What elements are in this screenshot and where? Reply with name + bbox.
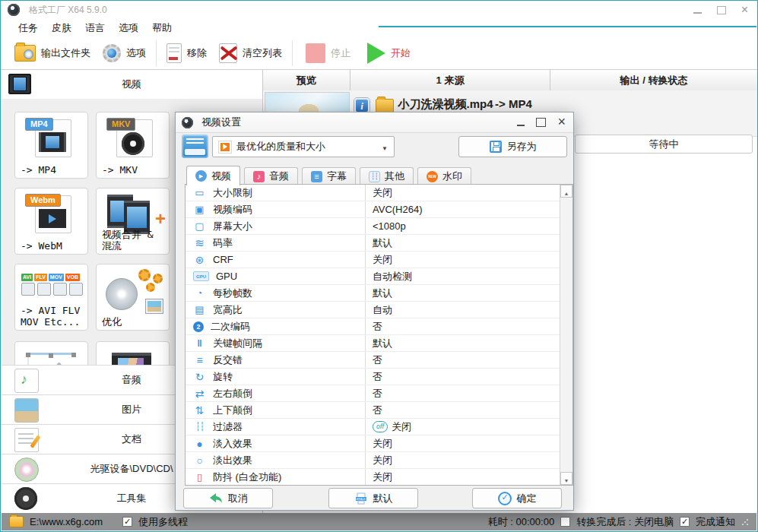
output-folder-button[interactable]: 输出文件夹 — [8, 43, 97, 64]
setting-row-size-limit[interactable]: 大小限制 关闭 — [186, 185, 560, 201]
maximize-button[interactable] — [717, 6, 726, 14]
setting-row-rotate[interactable]: 旋转 否 — [186, 369, 560, 385]
atom-icon — [193, 254, 206, 265]
multithread-label: 使用多线程 — [138, 515, 188, 529]
rotate-icon — [193, 371, 206, 382]
status-badge: 等待中 — [575, 135, 753, 154]
column-output-state[interactable]: 输出 / 转换状态 — [550, 70, 757, 90]
setting-row-deinterlace[interactable]: 反交错 否 — [186, 352, 560, 369]
output-path[interactable]: E:\www.x6g.com — [30, 516, 103, 527]
app-icon — [8, 4, 20, 16]
menu-skin[interactable]: 皮肤 — [45, 20, 78, 36]
save-as-button[interactable]: 另存为 — [458, 136, 567, 157]
film-strip-icon — [39, 132, 66, 152]
scroll-up-icon[interactable] — [560, 185, 572, 198]
tab-video[interactable]: 视频 — [186, 166, 240, 185]
video-tab-icon — [195, 170, 207, 182]
setting-row-flip-vertical[interactable]: 上下颠倒 否 — [186, 402, 560, 419]
deinterlace-icon — [193, 354, 206, 366]
setting-row-filter[interactable]: 过滤器 off关闭 — [186, 419, 560, 435]
column-preview[interactable]: 预览 — [263, 70, 350, 90]
card-to-avi-flv-mov[interactable]: AVI FLV MOV VOB -> AVI FLV MOV Etc... — [14, 264, 88, 331]
options-button[interactable]: 选项 — [97, 42, 152, 65]
card-partial-mux[interactable] — [96, 341, 170, 365]
audio-tab-icon — [253, 171, 265, 182]
dialog-minimize-button[interactable] — [517, 125, 525, 126]
close-button[interactable] — [741, 3, 748, 17]
format-badges: AVI FLV MOV VOB — [21, 274, 80, 281]
task-list-header: 预览 1 来源 输出 / 转换状态 — [263, 70, 757, 91]
format-mini-icons — [21, 283, 83, 296]
setting-row-flip-horizontal[interactable]: 左右颠倒 否 — [186, 385, 560, 402]
resize-grip[interactable] — [741, 518, 749, 526]
tab-watermark[interactable]: 水印 — [417, 167, 471, 185]
stop-button[interactable]: 停止 — [300, 41, 357, 65]
toolset-icon — [14, 487, 37, 510]
menu-language[interactable]: 语言 — [78, 20, 112, 36]
picture-icon — [14, 398, 39, 423]
notify-checkbox[interactable] — [680, 517, 690, 527]
shutdown-after-checkbox[interactable] — [560, 517, 570, 527]
options-icon — [103, 44, 121, 62]
monitor-icon — [193, 220, 206, 232]
flip-horizontal-icon — [193, 388, 206, 399]
setting-row-fps[interactable]: 每秒帧数 默认 — [186, 285, 560, 302]
menu-help[interactable]: 帮助 — [145, 20, 179, 36]
multithread-checkbox[interactable] — [122, 517, 132, 527]
cancel-icon — [208, 492, 223, 504]
video-category-header[interactable]: 视频 — [1, 70, 262, 100]
video-category-icon — [8, 74, 31, 94]
aspect-ratio-icon — [193, 304, 206, 315]
menu-task[interactable]: 任务 — [11, 20, 45, 36]
setting-row-stabilize[interactable]: 防抖 (白金功能) 关闭 — [186, 469, 560, 485]
menu-options[interactable]: 选项 — [112, 20, 145, 36]
column-source[interactable]: 1 来源 — [350, 70, 550, 90]
output-path-icon[interactable] — [9, 516, 24, 527]
tab-subtitle[interactable]: 字幕 — [302, 167, 356, 185]
card-optimize[interactable]: 优化 — [96, 264, 170, 331]
setting-row-crf[interactable]: CRF 关闭 — [186, 252, 560, 268]
card-to-webm[interactable]: Webm -> WebM — [14, 188, 88, 255]
setting-row-gpu[interactable]: GPU 自动检测 — [186, 268, 560, 285]
start-button[interactable]: 开始 — [361, 40, 417, 66]
clear-list-button[interactable]: 清空列表 — [213, 41, 288, 65]
default-button[interactable]: DEFAULT 默认 — [328, 488, 418, 508]
toolbar-separator — [156, 40, 157, 66]
audio-icon — [14, 369, 39, 393]
card-video-merge[interactable]: + 视频合并 & 混流 — [96, 188, 170, 255]
app-icon — [182, 117, 193, 128]
scroll-down-icon[interactable] — [560, 472, 572, 485]
keyframe-bars-icon — [193, 337, 206, 349]
setting-row-aspect-ratio[interactable]: 宽高比 自动 — [186, 302, 560, 318]
default-icon: DEFAULT — [354, 492, 368, 505]
plus-icon: + — [155, 208, 166, 230]
setting-row-bitrate[interactable]: 码率 默认 — [186, 235, 560, 252]
table-scrollbar[interactable] — [560, 185, 572, 485]
tab-audio[interactable]: 音频 — [244, 167, 298, 185]
chevron-down-icon — [382, 141, 388, 153]
tab-other[interactable]: 其他 — [360, 167, 414, 185]
card-to-mp4[interactable]: MP4 -> MP4 — [14, 112, 88, 179]
dialog-close-button[interactable] — [557, 116, 566, 129]
setting-row-fade-in[interactable]: 淡入效果 关闭 — [186, 435, 560, 452]
dialog-maximize-button[interactable] — [536, 118, 546, 127]
output-folder-icon — [14, 45, 36, 62]
setting-row-video-codec[interactable]: 视频编码 AVC(H264) — [186, 201, 560, 218]
start-label: 开始 — [391, 46, 411, 60]
setting-row-keyframe-interval[interactable]: 关键帧间隔 默认 — [186, 335, 560, 352]
dialog-title-bar: 视频设置 — [176, 112, 573, 133]
cancel-button[interactable]: 取消 — [183, 488, 273, 508]
document-icon — [14, 428, 39, 452]
setting-row-fade-out[interactable]: 淡出效果 关闭 — [186, 452, 560, 469]
dialog-title: 视频设置 — [201, 116, 241, 129]
card-partial-crop[interactable] — [14, 341, 88, 365]
setting-row-two-pass[interactable]: 二次编码 否 — [186, 318, 560, 335]
card-to-mkv[interactable]: MKV -> MKV — [96, 112, 170, 179]
info-icon[interactable] — [354, 98, 369, 113]
shutdown-after-label: 转换完成后 : 关闭电脑 — [576, 515, 674, 529]
remove-button[interactable]: 移除 — [160, 41, 213, 65]
minimize-button[interactable] — [693, 12, 702, 14]
preset-dropdown[interactable]: 最优化的质量和大小 — [212, 136, 395, 157]
ok-button[interactable]: 确定 — [472, 488, 562, 508]
setting-row-screen-size[interactable]: 屏幕大小 <1080p — [186, 218, 560, 235]
